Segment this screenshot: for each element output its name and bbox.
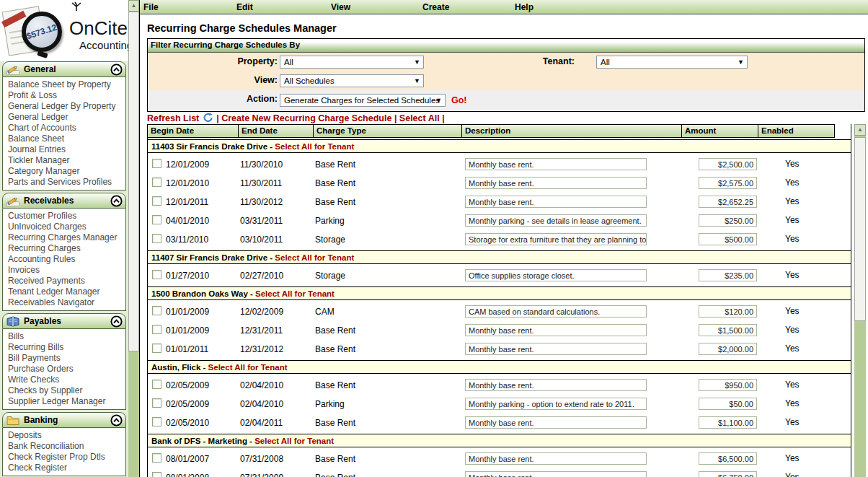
sidebar-item[interactable]: Bill Payments: [8, 353, 93, 364]
description-input[interactable]: Office supplies storage closet.: [465, 269, 647, 281]
tenant-dropdown[interactable]: All▼: [596, 56, 748, 69]
amount-input[interactable]: $6,500.00: [699, 452, 757, 465]
sidebar-item[interactable]: Bills: [8, 331, 123, 342]
collapse-icon[interactable]: [110, 315, 123, 328]
sidebar-item[interactable]: Checks by Supplier: [8, 385, 123, 396]
row-checkbox[interactable]: [152, 472, 161, 477]
menu-help[interactable]: Help: [515, 2, 533, 12]
sidebar-item[interactable]: Recurring Charges Manager: [8, 232, 123, 243]
sidebar-section-header[interactable]: Banking: [2, 412, 126, 428]
refresh-icon[interactable]: [203, 113, 213, 123]
sidebar-item[interactable]: Accounting Rules: [8, 254, 123, 265]
row-checkbox[interactable]: [152, 380, 161, 389]
sidebar-item[interactable]: Category Manager: [8, 166, 123, 177]
sidebar-item[interactable]: Customer Profiles: [8, 211, 123, 222]
table-scrollbar[interactable]: ▲: [854, 124, 866, 477]
select-all-for-tenant-link[interactable]: Select All for Tenant: [208, 363, 288, 372]
menu-edit[interactable]: Edit: [236, 2, 253, 12]
sidebar-item[interactable]: Recurring Charges: [8, 243, 123, 254]
row-checkbox[interactable]: [152, 178, 161, 187]
amount-input[interactable]: $2,000.00: [699, 343, 757, 355]
description-input[interactable]: Monthly base rent.: [465, 471, 647, 477]
menu-create[interactable]: Create: [422, 2, 449, 12]
sidebar-item[interactable]: Receivables Navigator: [8, 297, 123, 308]
row-checkbox[interactable]: [152, 234, 161, 243]
sidebar-item[interactable]: Tickler Manager: [8, 155, 123, 166]
menu-file[interactable]: File: [143, 2, 159, 12]
sidebar-item[interactable]: Recurring Bills: [8, 342, 123, 353]
sidebar-item[interactable]: Write Checks: [8, 375, 123, 385]
row-checkbox[interactable]: [152, 398, 161, 408]
select-all-for-tenant-link[interactable]: Select All for Tenant: [254, 437, 334, 445]
sidebar-item[interactable]: Check Register Prop Dtls: [8, 452, 123, 463]
description-input[interactable]: Monthly base rent.: [465, 196, 647, 208]
row-checkbox[interactable]: [152, 270, 161, 279]
row-checkbox[interactable]: [152, 215, 161, 224]
sidebar-item[interactable]: Chart of Accounts: [8, 123, 123, 134]
sidebar-item[interactable]: Received Payments: [8, 276, 123, 286]
sidebar-section-header[interactable]: Receivables: [2, 193, 126, 209]
scrollbar-thumb[interactable]: [854, 137, 866, 321]
sidebar-item[interactable]: Invoices: [8, 265, 123, 276]
select-all-link[interactable]: Select All: [399, 113, 440, 123]
description-input[interactable]: Monthly parking - option to extend rate …: [465, 398, 647, 410]
sidebar-item[interactable]: Deposits: [8, 430, 123, 441]
select-all-for-tenant-link[interactable]: Select All for Tenant: [275, 142, 354, 151]
description-input[interactable]: Monthly base rent.: [465, 343, 647, 355]
sidebar-item[interactable]: Journal Entries: [8, 144, 123, 155]
row-checkbox[interactable]: [152, 453, 161, 463]
scrollbar-thumb[interactable]: [128, 12, 139, 351]
sidebar-item[interactable]: Parts and Services Profiles: [8, 177, 123, 188]
view-dropdown[interactable]: All Schedules▼: [280, 74, 424, 87]
menu-view[interactable]: View: [331, 2, 350, 12]
sidebar-item[interactable]: Check Register: [8, 463, 123, 473]
collapse-icon[interactable]: [110, 414, 123, 426]
description-input[interactable]: Monthly base rent.: [465, 416, 647, 429]
sidebar-item[interactable]: UnInvoiced Charges: [8, 222, 123, 232]
description-input[interactable]: Monthly base rent.: [465, 177, 647, 189]
refresh-list-link[interactable]: Refresh List: [147, 113, 199, 123]
amount-input[interactable]: $1,500.00: [699, 324, 757, 336]
page-scrollbar[interactable]: ▲: [128, 0, 139, 477]
collapse-icon[interactable]: [110, 64, 123, 76]
amount-input[interactable]: $500.00: [699, 233, 757, 245]
row-checkbox[interactable]: [152, 343, 161, 353]
row-checkbox[interactable]: [152, 325, 161, 334]
amount-input[interactable]: $6,750.00: [699, 471, 757, 477]
description-input[interactable]: Monthly base rent.: [465, 379, 647, 391]
sidebar-item[interactable]: General Ledger By Property: [8, 101, 123, 112]
amount-input[interactable]: $2,652.25: [699, 196, 757, 208]
row-checkbox[interactable]: [152, 159, 161, 168]
description-input[interactable]: Monthly base rent.: [465, 158, 647, 170]
amount-input[interactable]: $2,500.00: [699, 158, 757, 170]
collapse-icon[interactable]: [110, 195, 123, 207]
sidebar-item[interactable]: Tenant Ledger Manager: [8, 286, 123, 297]
sidebar-item[interactable]: Bank Reconciliation: [8, 441, 123, 452]
create-new-schedule-link[interactable]: Create New Recurring Charge Schedule: [221, 113, 391, 123]
amount-input[interactable]: $50.00: [699, 398, 757, 410]
property-dropdown[interactable]: All▼: [280, 56, 424, 69]
scroll-up-button[interactable]: ▲: [128, 0, 139, 12]
amount-input[interactable]: $250.00: [699, 214, 757, 227]
scroll-up-button[interactable]: ▲: [854, 124, 866, 136]
amount-input[interactable]: $950.00: [699, 379, 757, 391]
action-dropdown[interactable]: Generate Charges for Selected Schedules▼: [280, 94, 446, 107]
description-input[interactable]: Monthly base rent.: [465, 324, 647, 336]
row-checkbox[interactable]: [152, 196, 161, 206]
select-all-for-tenant-link[interactable]: Select All for Tenant: [255, 289, 335, 298]
row-checkbox[interactable]: [152, 417, 161, 426]
description-input[interactable]: Storage for extra furniture that they ar…: [465, 233, 647, 245]
sidebar-section-header[interactable]: Payables: [2, 313, 126, 329]
sidebar-section-header[interactable]: General: [2, 61, 126, 77]
sidebar-item[interactable]: Balance Sheet: [8, 134, 123, 144]
sidebar-item[interactable]: Balance Sheet by Property: [8, 79, 123, 90]
sidebar-item[interactable]: Supplier Ledger Manager: [8, 396, 123, 407]
select-all-for-tenant-link[interactable]: Select All for Tenant: [275, 253, 354, 262]
sidebar-item[interactable]: Profit & Loss: [8, 90, 123, 101]
description-input[interactable]: Monthly parking - see details in lease a…: [465, 214, 647, 227]
sidebar-item[interactable]: General Ledger: [8, 112, 123, 123]
amount-input[interactable]: $1,100.00: [699, 416, 757, 429]
description-input[interactable]: CAM based on standard calculations.: [465, 305, 647, 318]
amount-input[interactable]: $120.00: [699, 305, 757, 318]
row-checkbox[interactable]: [152, 306, 161, 315]
